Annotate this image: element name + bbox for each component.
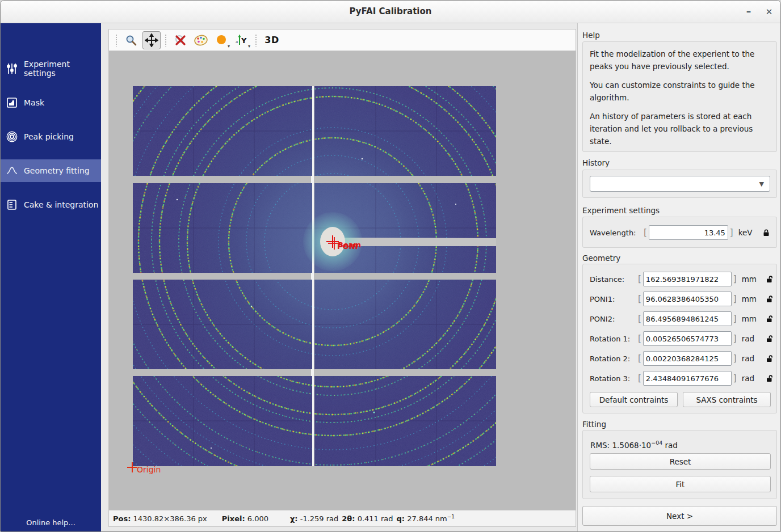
document-lines-icon [6, 199, 18, 211]
distance-input[interactable] [643, 272, 732, 286]
status-q: q: 27.844 nm−1 [397, 514, 455, 523]
sidebar-item-mask[interactable]: Mask [1, 91, 101, 114]
left-bracket: [ [638, 294, 641, 304]
toolbar-separator [165, 34, 167, 47]
fitting-section-label: Fitting [582, 420, 606, 429]
online-help-link[interactable]: Online help... [1, 518, 101, 527]
wavelength-input[interactable] [649, 225, 728, 240]
lock-open-icon[interactable] [766, 275, 774, 284]
rotation2-label: Rotation 2: [590, 354, 636, 363]
minimize-button[interactable]: – [742, 6, 755, 18]
distance-unit: mm [742, 275, 761, 284]
scattering-halo [133, 86, 496, 466]
peak-curve-icon [6, 164, 18, 177]
sidebar-item-peak-picking[interactable]: Peak picking [1, 125, 101, 148]
y-axis-orientation-icon[interactable]: a Y ▾ [233, 31, 251, 49]
diffraction-plot-canvas[interactable]: Beam PONI Origin [109, 51, 576, 510]
zoom-icon[interactable] [122, 31, 140, 49]
dropdown-caret-icon: ▾ [248, 44, 250, 49]
rotation1-input[interactable] [643, 331, 732, 346]
app-window: PyFAI Calibration – ✕ Experiment setting… [0, 0, 781, 532]
svg-text:Y: Y [241, 36, 247, 45]
lock-open-icon[interactable] [766, 354, 774, 363]
poni-label: PONI [337, 242, 358, 251]
poni2-input[interactable] [643, 311, 732, 326]
reset-button[interactable]: Reset [590, 453, 771, 470]
left-bracket: [ [638, 274, 641, 284]
lock-open-icon[interactable] [766, 295, 774, 303]
sidebar-item-experiment-settings[interactable]: Experiment settings [1, 57, 101, 80]
history-section-label: History [582, 158, 610, 167]
status-pixel: Pixel: 6.000 [222, 514, 268, 523]
next-button[interactable]: Next > [582, 506, 777, 526]
right-bracket: ] [733, 314, 737, 324]
left-bracket: [ [638, 373, 641, 383]
right-bracket: ] [733, 274, 737, 284]
left-bracket: [ [638, 314, 641, 324]
sidebar-item-label: Mask [24, 98, 44, 107]
help-box: Fit the modelization of the experient to… [582, 41, 777, 152]
distance-label: Distance: [590, 275, 636, 284]
lock-open-icon[interactable] [766, 374, 774, 383]
pan-icon[interactable] [142, 31, 161, 49]
concentric-rings-icon [6, 130, 18, 143]
geometry-box: Distance: [ ] mm PONI1: [ ] mm PONI2: [ … [582, 264, 777, 413]
plot-widget: ▾ a Y ▾ 3D [108, 29, 576, 510]
status-2theta: 2θ: 0.411 rad [342, 514, 393, 523]
rotation3-label: Rotation 3: [590, 374, 636, 383]
help-paragraph: Fit the modelization of the experient to… [590, 48, 770, 73]
origin-label: Origin [137, 465, 161, 474]
clear-zoom-icon[interactable] [171, 31, 190, 49]
rms-value: RMS: 1.5068·10−04 rad [590, 440, 678, 450]
right-bracket: ] [733, 294, 737, 304]
sidebar-item-label: Experiment settings [24, 60, 101, 78]
poni1-input[interactable] [643, 292, 732, 306]
sidebar-item-label: Peak picking [24, 132, 74, 141]
experiment-section-label: Experiment settings [582, 206, 660, 215]
statusbar: Pos: 1430.82×386.36 px Pixel: 6.000 χ: -… [108, 510, 576, 527]
mask-image-icon [6, 96, 18, 109]
wavelength-label: Wavelength: [590, 229, 642, 237]
lock-open-icon[interactable] [766, 315, 774, 323]
toolbar-handle [115, 34, 118, 47]
sidebar-item-geometry-fitting[interactable]: Geometry fitting [1, 159, 101, 182]
left-bracket: [ [638, 353, 641, 364]
right-panel: Help Fit the modelization of the experie… [577, 23, 780, 531]
status-pos: Pos: 1430.82×386.36 px [113, 514, 207, 523]
sidebar: Experiment settings Mask Peak picking Ge… [1, 23, 101, 531]
right-bracket: ] [733, 353, 737, 364]
right-bracket: ] [730, 227, 733, 238]
sidebar-item-cake-integration[interactable]: Cake & integration [1, 193, 101, 216]
close-button[interactable]: ✕ [762, 6, 776, 18]
rotation1-label: Rotation 1: [590, 335, 636, 343]
poni2-label: PONI2: [590, 315, 636, 323]
3d-view-icon[interactable]: 3D [262, 31, 280, 49]
fit-button[interactable]: Fit [590, 476, 771, 492]
poni1-label: PONI1: [590, 295, 636, 303]
lock-open-icon[interactable] [766, 335, 774, 343]
rotation3-input[interactable] [643, 371, 732, 386]
help-section-label: Help [582, 31, 600, 40]
titlebar: PyFAI Calibration – ✕ [1, 1, 780, 23]
left-bracket: [ [638, 333, 641, 344]
sidebar-item-label: Cake & integration [24, 200, 98, 209]
default-constraints-button[interactable]: Default contraints [590, 392, 678, 407]
rotation1-unit: rad [742, 334, 761, 343]
sliders-icon [6, 62, 18, 75]
right-bracket: ] [733, 333, 737, 344]
poni2-unit: mm [742, 314, 761, 323]
rotation3-unit: rad [742, 374, 761, 383]
experiment-box: Wavelength: [ ] keV [582, 217, 777, 248]
toolbar-separator [255, 34, 258, 47]
marker-color-icon[interactable]: ▾ [212, 31, 230, 49]
rotation2-input[interactable] [643, 351, 732, 366]
window-title: PyFAI Calibration [1, 6, 780, 16]
colormap-palette-icon[interactable] [192, 31, 210, 49]
right-bracket: ] [733, 373, 737, 383]
history-box: ▼ [582, 170, 777, 198]
history-dropdown[interactable]: ▼ [590, 176, 770, 192]
sidebar-item-label: Geometry fitting [24, 166, 90, 175]
rotation2-unit: rad [742, 354, 761, 363]
lock-closed-icon[interactable] [762, 229, 770, 237]
saxs-constraints-button[interactable]: SAXS contraints [683, 392, 771, 407]
